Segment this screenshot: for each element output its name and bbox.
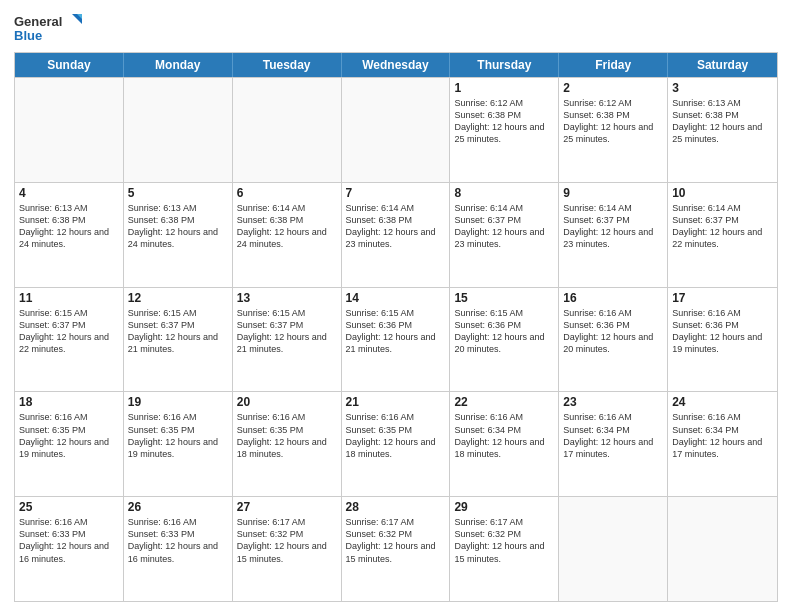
day-number: 5 (128, 186, 228, 200)
day-number: 8 (454, 186, 554, 200)
day-number: 26 (128, 500, 228, 514)
calendar: SundayMondayTuesdayWednesdayThursdayFrid… (14, 52, 778, 602)
day-number: 12 (128, 291, 228, 305)
day-info: Sunrise: 6:17 AMSunset: 6:32 PMDaylight:… (237, 516, 337, 565)
day-info: Sunrise: 6:13 AMSunset: 6:38 PMDaylight:… (672, 97, 773, 146)
day-number: 29 (454, 500, 554, 514)
day-cell-28: 28Sunrise: 6:17 AMSunset: 6:32 PMDayligh… (342, 497, 451, 601)
logo: General Blue (14, 10, 84, 46)
day-cell-22: 22Sunrise: 6:16 AMSunset: 6:34 PMDayligh… (450, 392, 559, 496)
day-cell-20: 20Sunrise: 6:16 AMSunset: 6:35 PMDayligh… (233, 392, 342, 496)
day-cell-10: 10Sunrise: 6:14 AMSunset: 6:37 PMDayligh… (668, 183, 777, 287)
day-info: Sunrise: 6:15 AMSunset: 6:36 PMDaylight:… (454, 307, 554, 356)
day-header-monday: Monday (124, 53, 233, 77)
day-cell-15: 15Sunrise: 6:15 AMSunset: 6:36 PMDayligh… (450, 288, 559, 392)
day-cell-13: 13Sunrise: 6:15 AMSunset: 6:37 PMDayligh… (233, 288, 342, 392)
day-info: Sunrise: 6:16 AMSunset: 6:36 PMDaylight:… (563, 307, 663, 356)
day-cell-1: 1Sunrise: 6:12 AMSunset: 6:38 PMDaylight… (450, 78, 559, 182)
day-cell-5: 5Sunrise: 6:13 AMSunset: 6:38 PMDaylight… (124, 183, 233, 287)
calendar-header: SundayMondayTuesdayWednesdayThursdayFrid… (15, 53, 777, 77)
day-cell-14: 14Sunrise: 6:15 AMSunset: 6:36 PMDayligh… (342, 288, 451, 392)
day-cell-8: 8Sunrise: 6:14 AMSunset: 6:37 PMDaylight… (450, 183, 559, 287)
day-number: 4 (19, 186, 119, 200)
empty-cell-w0c2 (233, 78, 342, 182)
day-cell-4: 4Sunrise: 6:13 AMSunset: 6:38 PMDaylight… (15, 183, 124, 287)
day-cell-6: 6Sunrise: 6:14 AMSunset: 6:38 PMDaylight… (233, 183, 342, 287)
day-info: Sunrise: 6:14 AMSunset: 6:38 PMDaylight:… (346, 202, 446, 251)
day-cell-7: 7Sunrise: 6:14 AMSunset: 6:38 PMDaylight… (342, 183, 451, 287)
day-info: Sunrise: 6:16 AMSunset: 6:34 PMDaylight:… (672, 411, 773, 460)
empty-cell-w4c5 (559, 497, 668, 601)
day-info: Sunrise: 6:16 AMSunset: 6:35 PMDaylight:… (237, 411, 337, 460)
day-info: Sunrise: 6:16 AMSunset: 6:35 PMDaylight:… (346, 411, 446, 460)
day-number: 15 (454, 291, 554, 305)
day-number: 11 (19, 291, 119, 305)
svg-text:General: General (14, 14, 62, 29)
day-cell-2: 2Sunrise: 6:12 AMSunset: 6:38 PMDaylight… (559, 78, 668, 182)
day-number: 21 (346, 395, 446, 409)
day-header-saturday: Saturday (668, 53, 777, 77)
day-info: Sunrise: 6:12 AMSunset: 6:38 PMDaylight:… (454, 97, 554, 146)
day-info: Sunrise: 6:16 AMSunset: 6:35 PMDaylight:… (19, 411, 119, 460)
day-info: Sunrise: 6:14 AMSunset: 6:37 PMDaylight:… (454, 202, 554, 251)
day-number: 18 (19, 395, 119, 409)
svg-text:Blue: Blue (14, 28, 42, 43)
day-number: 23 (563, 395, 663, 409)
week-row-5: 25Sunrise: 6:16 AMSunset: 6:33 PMDayligh… (15, 496, 777, 601)
day-number: 27 (237, 500, 337, 514)
day-cell-17: 17Sunrise: 6:16 AMSunset: 6:36 PMDayligh… (668, 288, 777, 392)
day-cell-24: 24Sunrise: 6:16 AMSunset: 6:34 PMDayligh… (668, 392, 777, 496)
day-info: Sunrise: 6:16 AMSunset: 6:34 PMDaylight:… (454, 411, 554, 460)
day-info: Sunrise: 6:13 AMSunset: 6:38 PMDaylight:… (19, 202, 119, 251)
day-info: Sunrise: 6:16 AMSunset: 6:33 PMDaylight:… (128, 516, 228, 565)
day-number: 9 (563, 186, 663, 200)
day-header-sunday: Sunday (15, 53, 124, 77)
day-number: 10 (672, 186, 773, 200)
week-row-3: 11Sunrise: 6:15 AMSunset: 6:37 PMDayligh… (15, 287, 777, 392)
day-cell-11: 11Sunrise: 6:15 AMSunset: 6:37 PMDayligh… (15, 288, 124, 392)
day-info: Sunrise: 6:17 AMSunset: 6:32 PMDaylight:… (346, 516, 446, 565)
day-number: 17 (672, 291, 773, 305)
day-header-thursday: Thursday (450, 53, 559, 77)
week-row-4: 18Sunrise: 6:16 AMSunset: 6:35 PMDayligh… (15, 391, 777, 496)
logo-icon: General Blue (14, 10, 84, 46)
day-number: 3 (672, 81, 773, 95)
day-cell-3: 3Sunrise: 6:13 AMSunset: 6:38 PMDaylight… (668, 78, 777, 182)
page-header: General Blue (14, 10, 778, 46)
day-cell-12: 12Sunrise: 6:15 AMSunset: 6:37 PMDayligh… (124, 288, 233, 392)
day-info: Sunrise: 6:16 AMSunset: 6:36 PMDaylight:… (672, 307, 773, 356)
day-cell-19: 19Sunrise: 6:16 AMSunset: 6:35 PMDayligh… (124, 392, 233, 496)
day-number: 25 (19, 500, 119, 514)
day-info: Sunrise: 6:14 AMSunset: 6:37 PMDaylight:… (563, 202, 663, 251)
day-info: Sunrise: 6:16 AMSunset: 6:34 PMDaylight:… (563, 411, 663, 460)
day-cell-9: 9Sunrise: 6:14 AMSunset: 6:37 PMDaylight… (559, 183, 668, 287)
day-number: 16 (563, 291, 663, 305)
day-info: Sunrise: 6:15 AMSunset: 6:37 PMDaylight:… (128, 307, 228, 356)
day-info: Sunrise: 6:14 AMSunset: 6:38 PMDaylight:… (237, 202, 337, 251)
calendar-body: 1Sunrise: 6:12 AMSunset: 6:38 PMDaylight… (15, 77, 777, 601)
day-info: Sunrise: 6:16 AMSunset: 6:33 PMDaylight:… (19, 516, 119, 565)
day-info: Sunrise: 6:16 AMSunset: 6:35 PMDaylight:… (128, 411, 228, 460)
day-number: 24 (672, 395, 773, 409)
day-info: Sunrise: 6:13 AMSunset: 6:38 PMDaylight:… (128, 202, 228, 251)
day-cell-27: 27Sunrise: 6:17 AMSunset: 6:32 PMDayligh… (233, 497, 342, 601)
day-info: Sunrise: 6:17 AMSunset: 6:32 PMDaylight:… (454, 516, 554, 565)
day-info: Sunrise: 6:14 AMSunset: 6:37 PMDaylight:… (672, 202, 773, 251)
day-number: 2 (563, 81, 663, 95)
day-number: 20 (237, 395, 337, 409)
day-number: 7 (346, 186, 446, 200)
empty-cell-w0c3 (342, 78, 451, 182)
day-cell-23: 23Sunrise: 6:16 AMSunset: 6:34 PMDayligh… (559, 392, 668, 496)
day-number: 22 (454, 395, 554, 409)
day-cell-18: 18Sunrise: 6:16 AMSunset: 6:35 PMDayligh… (15, 392, 124, 496)
day-number: 28 (346, 500, 446, 514)
empty-cell-w4c6 (668, 497, 777, 601)
empty-cell-w0c1 (124, 78, 233, 182)
day-header-friday: Friday (559, 53, 668, 77)
empty-cell-w0c0 (15, 78, 124, 182)
day-info: Sunrise: 6:15 AMSunset: 6:37 PMDaylight:… (237, 307, 337, 356)
day-cell-29: 29Sunrise: 6:17 AMSunset: 6:32 PMDayligh… (450, 497, 559, 601)
day-number: 13 (237, 291, 337, 305)
day-info: Sunrise: 6:15 AMSunset: 6:37 PMDaylight:… (19, 307, 119, 356)
day-cell-25: 25Sunrise: 6:16 AMSunset: 6:33 PMDayligh… (15, 497, 124, 601)
